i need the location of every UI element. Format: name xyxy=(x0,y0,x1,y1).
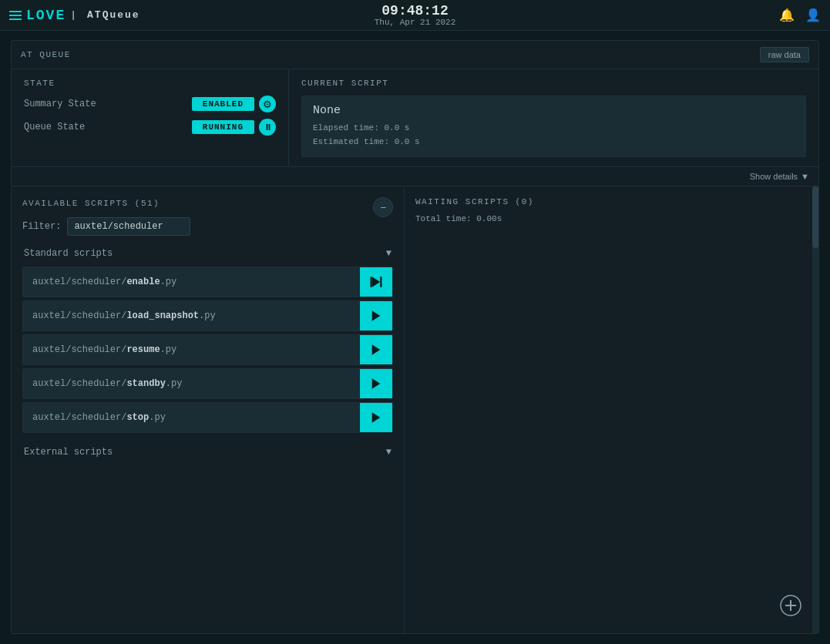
show-details-bar: Show details ▼ xyxy=(12,167,818,186)
standard-scripts-header[interactable]: Standard scripts ▼ xyxy=(22,245,393,262)
available-scripts-panel: AVAILABLE SCRIPTS (51) − Filter: Standar… xyxy=(12,186,405,633)
info-row: STATE Summary State ENABLED ⚙ Queue Stat… xyxy=(12,69,818,167)
script-name-stop: auxtel/scheduler/stop.py xyxy=(23,404,360,431)
estimated-value: 0.0 s xyxy=(395,137,420,146)
filter-label: Filter: xyxy=(22,221,61,232)
queue-state-badge: RUNNING xyxy=(192,120,254,134)
nav-clock: 09:48:12 Thu, Apr 21 2022 xyxy=(375,4,456,27)
atqueue-header: AT QUEUE raw data xyxy=(12,41,818,69)
current-time: 09:48:12 xyxy=(375,4,456,18)
user-icon[interactable]: 👤 xyxy=(805,8,821,23)
notification-icon[interactable]: 🔔 xyxy=(779,8,795,23)
queue-state-pause-button[interactable]: ⏸ xyxy=(259,119,276,136)
run-button-load-snapshot[interactable] xyxy=(360,301,392,330)
current-date: Thu, Apr 21 2022 xyxy=(375,18,456,27)
external-scripts-label: External scripts xyxy=(24,447,113,458)
hamburger-icon[interactable] xyxy=(9,11,22,20)
current-script-section: CURRENT SCRIPT None Elapsed time: 0.0 s … xyxy=(289,69,818,166)
total-time-value: 0.00s xyxy=(476,214,502,223)
svg-rect-0 xyxy=(371,277,372,287)
available-scripts-title: AVAILABLE SCRIPTS (51) xyxy=(22,199,160,208)
queue-state-row: Queue State RUNNING ⏸ xyxy=(24,119,276,136)
script-item-load-snapshot[interactable]: auxtel/scheduler/load_snapshot.py xyxy=(22,300,393,331)
logo-text: LOVE xyxy=(26,8,66,23)
logo-separator: | xyxy=(70,9,78,21)
chevron-down-icon: ▼ xyxy=(801,172,809,181)
script-name-standby: auxtel/scheduler/standby.py xyxy=(23,371,360,397)
app-logo[interactable]: LOVE | ATQueue xyxy=(9,8,140,23)
current-script-name: None xyxy=(313,104,795,117)
run-button-stop[interactable] xyxy=(360,403,392,432)
queue-state-controls: RUNNING ⏸ xyxy=(192,119,276,136)
filter-input[interactable] xyxy=(67,217,190,236)
summary-state-gear-button[interactable]: ⚙ xyxy=(259,96,276,112)
elapsed-value: 0.0 s xyxy=(384,123,409,132)
show-details-button[interactable]: Show details ▼ xyxy=(750,172,809,181)
raw-data-button[interactable]: raw data xyxy=(760,47,809,62)
script-name-enable: auxtel/scheduler/enable.py xyxy=(23,269,360,295)
main-content: AT QUEUE raw data STATE Summary State EN… xyxy=(0,31,830,643)
atqueue-panel: AT QUEUE raw data STATE Summary State EN… xyxy=(11,40,819,634)
script-item-resume[interactable]: auxtel/scheduler/resume.py xyxy=(22,334,393,365)
standard-scripts-label: Standard scripts xyxy=(24,248,113,259)
run-button-enable[interactable] xyxy=(360,267,392,297)
summary-state-controls: ENABLED ⚙ xyxy=(192,96,276,112)
svg-rect-1 xyxy=(380,277,381,287)
script-name-load-snapshot: auxtel/scheduler/load_snapshot.py xyxy=(23,303,360,329)
waiting-scripts-title: WAITING SCRIPTS (0) xyxy=(415,197,808,206)
external-scripts-chevron: ▼ xyxy=(386,447,391,458)
script-item-standby[interactable]: auxtel/scheduler/standby.py xyxy=(22,368,393,399)
current-script-estimated: Estimated time: 0.0 s xyxy=(313,136,795,149)
summary-state-badge: ENABLED xyxy=(192,97,254,111)
external-scripts-group: External scripts ▼ xyxy=(22,444,393,465)
waiting-total-time: Total time: 0.00s xyxy=(415,214,808,223)
summary-state-label: Summary State xyxy=(24,99,96,109)
current-script-title: CURRENT SCRIPT xyxy=(301,79,806,88)
show-details-label: Show details xyxy=(750,172,798,181)
run-button-standby[interactable] xyxy=(360,369,392,398)
scripts-area: AVAILABLE SCRIPTS (51) − Filter: Standar… xyxy=(12,186,818,633)
script-item-stop[interactable]: auxtel/scheduler/stop.py xyxy=(22,402,393,433)
top-nav: LOVE | ATQueue 09:48:12 Thu, Apr 21 2022… xyxy=(0,0,830,31)
elapsed-label: Elapsed time: xyxy=(313,123,379,132)
external-scripts-header[interactable]: External scripts ▼ xyxy=(22,444,393,461)
standard-scripts-group: Standard scripts ▼ auxtel/scheduler/enab… xyxy=(22,245,393,436)
total-time-label: Total time: xyxy=(415,214,472,223)
collapse-available-button[interactable]: − xyxy=(373,197,393,217)
current-script-box: None Elapsed time: 0.0 s Estimated time:… xyxy=(301,96,806,157)
waiting-scripts-panel: WAITING SCRIPTS (0) Total time: 0.00s xyxy=(405,186,818,633)
atqueue-title: AT QUEUE xyxy=(21,50,71,59)
script-name-resume: auxtel/scheduler/resume.py xyxy=(23,337,360,363)
add-script-button[interactable] xyxy=(778,593,803,618)
scrollbar-track[interactable] xyxy=(812,186,818,633)
nav-right-controls: 🔔 👤 xyxy=(779,8,821,23)
script-item-enable[interactable]: auxtel/scheduler/enable.py xyxy=(22,267,393,297)
queue-state-label: Queue State xyxy=(24,122,85,132)
filter-row: Filter: xyxy=(22,217,393,236)
standard-scripts-chevron: ▼ xyxy=(386,248,391,259)
state-section: STATE Summary State ENABLED ⚙ Queue Stat… xyxy=(12,69,289,166)
app-name: ATQueue xyxy=(87,9,140,21)
current-script-elapsed: Elapsed time: 0.0 s xyxy=(313,122,795,136)
summary-state-row: Summary State ENABLED ⚙ xyxy=(24,96,276,112)
estimated-label: Estimated time: xyxy=(313,137,389,146)
run-button-resume[interactable] xyxy=(360,335,392,364)
scrollbar-thumb[interactable] xyxy=(812,186,818,248)
state-title: STATE xyxy=(24,79,276,88)
